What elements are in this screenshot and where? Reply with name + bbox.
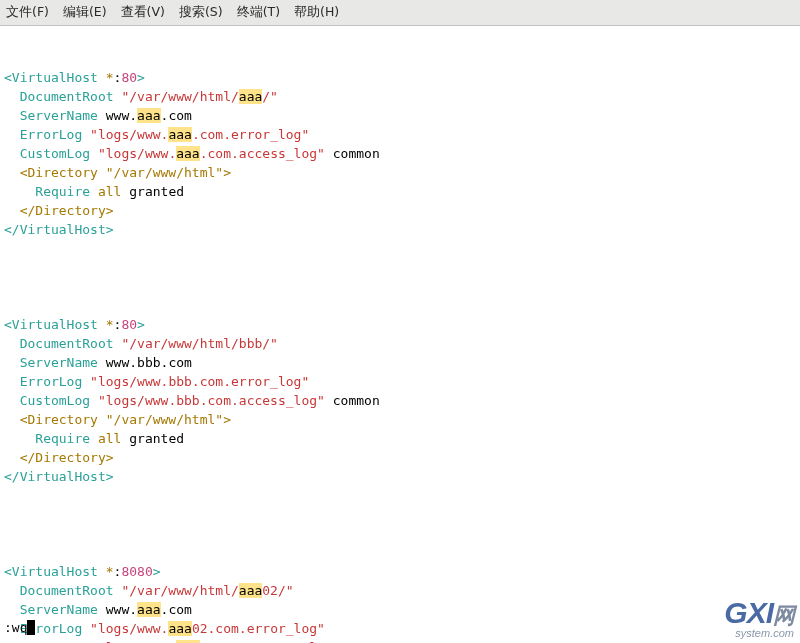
menu-terminal[interactable]: 终端(T) bbox=[237, 4, 280, 21]
menu-edit[interactable]: 编辑(E) bbox=[63, 4, 107, 21]
directive-errorlog: ErrorLog bbox=[20, 374, 83, 389]
menu-file[interactable]: 文件(F) bbox=[6, 4, 49, 21]
tag-star: * bbox=[98, 564, 114, 579]
string: "logs/www. bbox=[98, 146, 176, 161]
tag-open: < bbox=[4, 564, 12, 579]
vhost-close: </VirtualHost> bbox=[4, 222, 114, 237]
tag-open: < bbox=[4, 317, 12, 332]
tag-open: < bbox=[4, 70, 12, 85]
require-arg: granted bbox=[129, 184, 184, 199]
tag-star: * bbox=[98, 317, 114, 332]
directory-close: </Directory> bbox=[20, 450, 114, 465]
vim-command-line[interactable]: :wq bbox=[4, 618, 35, 637]
directive-documentroot: DocumentRoot bbox=[20, 336, 114, 351]
value: .com bbox=[161, 108, 192, 123]
directory-open: <Directory "/var/www/html"> bbox=[20, 165, 231, 180]
vhost-block: <VirtualHost *:8080> DocumentRoot "/var/… bbox=[4, 562, 796, 643]
require-keyword: Require bbox=[35, 431, 90, 446]
port: 80 bbox=[121, 317, 137, 332]
string: .com.access_log" bbox=[200, 146, 325, 161]
string: "/var/www/html/bbb/" bbox=[121, 336, 278, 351]
value: www. bbox=[106, 602, 137, 617]
menubar[interactable]: 文件(F) 编辑(E) 查看(V) 搜索(S) 终端(T) 帮助(H) bbox=[0, 0, 800, 26]
directive-documentroot: DocumentRoot bbox=[20, 89, 114, 104]
directory-open: <Directory "/var/www/html"> bbox=[20, 412, 231, 427]
directive-customlog: CustomLog bbox=[20, 146, 90, 161]
require-arg: all bbox=[98, 431, 121, 446]
search-highlight: aaa bbox=[239, 89, 262, 104]
string: 02/" bbox=[262, 583, 293, 598]
search-highlight: aaa bbox=[137, 108, 160, 123]
string: .com.error_log" bbox=[192, 127, 309, 142]
tag-name: VirtualHost bbox=[12, 317, 98, 332]
vhost-close: </VirtualHost> bbox=[4, 469, 114, 484]
string: "/var/www/html/ bbox=[121, 89, 238, 104]
tag-close: > bbox=[137, 70, 145, 85]
port: 80 bbox=[121, 70, 137, 85]
directive-servername: ServerName bbox=[20, 602, 98, 617]
port: 8080 bbox=[121, 564, 152, 579]
search-highlight: aaa bbox=[168, 127, 191, 142]
tag-close: > bbox=[137, 317, 145, 332]
string: "logs/www. bbox=[90, 621, 168, 636]
require-arg: all bbox=[98, 184, 121, 199]
search-highlight: aaa bbox=[176, 146, 199, 161]
editor-content[interactable]: <VirtualHost *:80> DocumentRoot "/var/ww… bbox=[0, 26, 800, 643]
string: /" bbox=[262, 89, 278, 104]
watermark-suffix: 网 bbox=[773, 603, 794, 628]
string: "logs/www. bbox=[90, 127, 168, 142]
search-highlight: aaa bbox=[168, 621, 191, 636]
vhost-block: <VirtualHost *:80> DocumentRoot "/var/ww… bbox=[4, 68, 796, 239]
require-keyword: Require bbox=[35, 184, 90, 199]
menu-search[interactable]: 搜索(S) bbox=[179, 4, 223, 21]
menu-help[interactable]: 帮助(H) bbox=[294, 4, 339, 21]
string: 02.com.error_log" bbox=[192, 621, 325, 636]
string: "logs/www.bbb.com.error_log" bbox=[90, 374, 309, 389]
value: www.bbb.com bbox=[106, 355, 192, 370]
directory-close: </Directory> bbox=[20, 203, 114, 218]
watermark-brand: GXI bbox=[724, 596, 773, 629]
argument: common bbox=[333, 146, 380, 161]
string: "/var/www/html/ bbox=[121, 583, 238, 598]
directive-documentroot: DocumentRoot bbox=[20, 583, 114, 598]
tag-name: VirtualHost bbox=[12, 564, 98, 579]
tag-star: * bbox=[98, 70, 114, 85]
cursor-block bbox=[27, 620, 35, 635]
require-arg: granted bbox=[129, 431, 184, 446]
directive-errorlog: ErrorLog bbox=[20, 127, 83, 142]
directive-servername: ServerName bbox=[20, 355, 98, 370]
tag-close: > bbox=[153, 564, 161, 579]
directive-customlog: CustomLog bbox=[20, 393, 90, 408]
value: .com bbox=[161, 602, 192, 617]
argument: common bbox=[333, 393, 380, 408]
search-highlight: aaa bbox=[239, 583, 262, 598]
directive-servername: ServerName bbox=[20, 108, 98, 123]
watermark-domain: system.com bbox=[724, 627, 794, 639]
search-highlight: aaa bbox=[137, 602, 160, 617]
value: www. bbox=[106, 108, 137, 123]
command-text: :wq bbox=[4, 620, 27, 635]
vhost-block: <VirtualHost *:80> DocumentRoot "/var/ww… bbox=[4, 315, 796, 486]
tag-name: VirtualHost bbox=[12, 70, 98, 85]
menu-view[interactable]: 查看(V) bbox=[121, 4, 165, 21]
string: "logs/www.bbb.com.access_log" bbox=[98, 393, 325, 408]
watermark-logo: GXI网 system.com bbox=[724, 596, 794, 639]
